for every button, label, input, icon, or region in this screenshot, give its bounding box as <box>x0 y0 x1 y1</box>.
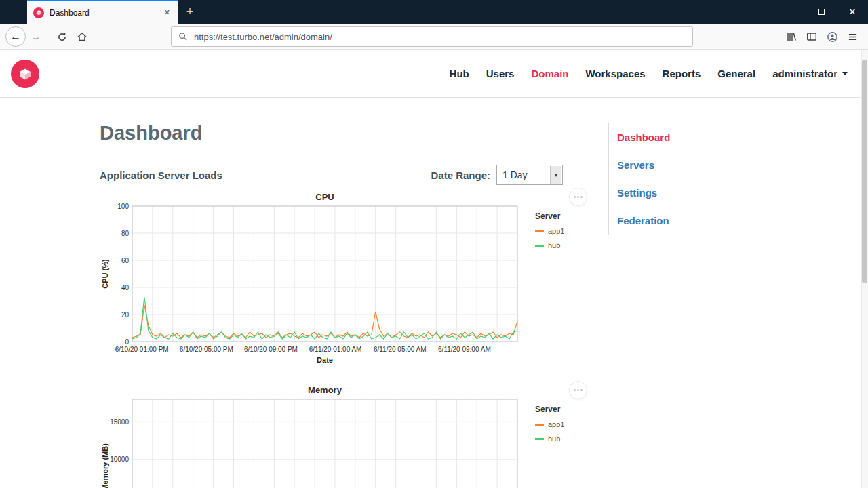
url-text: https://test.turbo.net/admin/domain/ <box>194 32 332 42</box>
legend-label: hub <box>548 434 560 443</box>
section-row: Application Server Loads Date Range: 1 D… <box>100 165 587 185</box>
home-icon <box>77 31 87 42</box>
content: Dashboard Application Server Loads Date … <box>0 98 868 488</box>
ellipsis-icon <box>574 389 576 391</box>
sidebar-toggle-button[interactable] <box>802 26 822 47</box>
svg-text:0: 0 <box>125 338 129 346</box>
main-nav: Hub Users Domain Workspaces Reports Gene… <box>450 68 848 79</box>
menu-button[interactable] <box>842 26 863 47</box>
account-button[interactable] <box>822 26 842 47</box>
tab-title: Dashboard <box>50 8 162 18</box>
browser-toolbar: ← → https://test.turbo.net/admin/domain/ <box>0 24 868 50</box>
turbo-logo-icon[interactable] <box>11 60 39 88</box>
home-button[interactable] <box>72 26 92 47</box>
legend-label: app1 <box>548 420 564 428</box>
maximize-icon <box>818 9 825 15</box>
window-minimize-button[interactable] <box>774 0 806 24</box>
ellipsis-icon <box>577 196 579 198</box>
forward-button[interactable]: → <box>26 26 46 47</box>
date-range-label: Date Range: <box>431 169 490 181</box>
browser-window: Dashboard ✕ + ✕ ← → https://test.turbo.n… <box>0 0 868 488</box>
tab-close-icon[interactable]: ✕ <box>162 7 172 18</box>
legend-item-app1: app1 <box>535 420 574 428</box>
site-header: Hub Users Domain Workspaces Reports Gene… <box>0 50 868 98</box>
window-controls: ✕ <box>774 0 868 24</box>
svg-text:80: 80 <box>121 230 130 237</box>
side-nav: Dashboard Servers Settings Federation <box>608 123 710 235</box>
series-swatch-hub <box>535 438 544 440</box>
close-icon: ✕ <box>849 7 856 17</box>
svg-text:6/10/20 01:00 PM: 6/10/20 01:00 PM <box>115 346 169 353</box>
library-icon <box>786 31 797 42</box>
legend-label: app1 <box>548 227 564 235</box>
reload-icon <box>57 32 67 42</box>
svg-text:6/11/20 09:00 AM: 6/11/20 09:00 AM <box>438 346 491 353</box>
svg-text:10000: 10000 <box>110 455 129 463</box>
user-menu[interactable]: administrator <box>772 68 848 79</box>
account-icon <box>827 31 838 43</box>
legend-item-app1: app1 <box>535 227 574 235</box>
url-bar[interactable]: https://test.turbo.net/admin/domain/ <box>171 26 693 47</box>
memory-chart-legend: Server app1 hub <box>535 405 574 443</box>
page-title: Dashboard <box>100 122 587 144</box>
section-title: Application Server Loads <box>100 169 222 181</box>
window-maximize-button[interactable] <box>806 0 837 24</box>
nav-link-domain[interactable]: Domain <box>531 68 568 79</box>
svg-text:6/11/20 05:00 AM: 6/11/20 05:00 AM <box>374 346 427 353</box>
chevron-down-icon <box>842 72 848 75</box>
sidebar-item-settings[interactable]: Settings <box>617 179 710 207</box>
memory-chart-block: Memory 1500010000Memory (MB) Server app1 <box>100 385 587 488</box>
hamburger-icon <box>848 32 858 42</box>
sidebar-icon <box>806 31 817 42</box>
ellipsis-icon <box>580 389 583 391</box>
date-range-select[interactable]: 1 Day ▼ <box>496 165 563 185</box>
nav-link-workspaces[interactable]: Workspaces <box>585 68 645 79</box>
legend-title: Server <box>535 211 574 221</box>
nav-link-users[interactable]: Users <box>486 68 515 79</box>
cpu-chart-title: CPU <box>132 192 517 202</box>
memory-chart-menu-button[interactable] <box>569 381 587 399</box>
page-viewport: Hub Users Domain Workspaces Reports Gene… <box>0 50 868 488</box>
series-swatch-app1 <box>535 230 544 232</box>
svg-text:6/11/20 01:00 AM: 6/11/20 01:00 AM <box>309 346 362 353</box>
sidebar-item-servers[interactable]: Servers <box>617 151 710 179</box>
svg-text:100: 100 <box>117 203 129 210</box>
sidebar-item-federation[interactable]: Federation <box>617 207 710 235</box>
turbo-favicon-icon <box>33 7 44 18</box>
series-swatch-hub <box>535 245 544 247</box>
memory-chart-canvas: 1500010000Memory (MB) <box>100 395 527 488</box>
memory-chart-title: Memory <box>132 385 517 395</box>
date-range-value: 1 Day <box>502 169 528 180</box>
svg-text:20: 20 <box>121 311 130 319</box>
legend-item-hub: hub <box>535 434 574 443</box>
ellipsis-icon <box>577 389 579 391</box>
svg-text:Memory (MB): Memory (MB) <box>101 443 109 488</box>
ellipsis-icon <box>574 196 576 198</box>
main-column: Dashboard Application Server Loads Date … <box>100 98 587 488</box>
legend-item-hub: hub <box>535 241 574 249</box>
select-dropdown-icon: ▼ <box>550 166 561 184</box>
scrollbar-thumb[interactable] <box>862 60 867 283</box>
svg-text:CPU (%): CPU (%) <box>101 259 109 289</box>
svg-text:6/10/20 05:00 PM: 6/10/20 05:00 PM <box>180 346 233 353</box>
nav-link-hub[interactable]: Hub <box>450 68 469 79</box>
minimize-icon <box>787 12 793 12</box>
legend-title: Server <box>535 405 574 414</box>
browser-tab-dashboard[interactable]: Dashboard ✕ <box>27 0 178 24</box>
back-button[interactable]: ← <box>5 26 26 47</box>
search-icon <box>178 32 188 41</box>
page-scrollbar[interactable] <box>861 50 868 488</box>
series-swatch-app1 <box>535 424 544 426</box>
library-button[interactable] <box>781 26 802 47</box>
legend-label: hub <box>548 241 560 249</box>
nav-link-reports[interactable]: Reports <box>663 68 701 79</box>
reload-button[interactable] <box>52 26 72 47</box>
sidebar-item-dashboard[interactable]: Dashboard <box>617 123 710 151</box>
cpu-chart-menu-button[interactable] <box>569 188 587 206</box>
svg-text:6/10/20 09:00 PM: 6/10/20 09:00 PM <box>244 346 298 353</box>
svg-text:15000: 15000 <box>110 418 129 426</box>
nav-link-general[interactable]: General <box>717 68 755 79</box>
window-close-button[interactable]: ✕ <box>837 0 868 24</box>
cpu-chart-canvas: 0204060801006/10/20 01:00 PM6/10/20 05:0… <box>100 202 527 365</box>
new-tab-button[interactable]: + <box>178 0 201 24</box>
